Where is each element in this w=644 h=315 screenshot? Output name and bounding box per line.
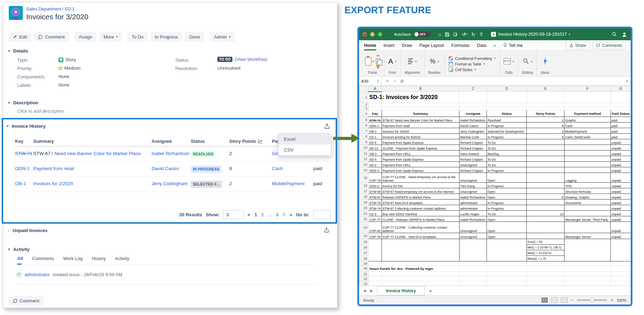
cell-B21[interactable]: Buy new ODSS machine — [382, 211, 460, 216]
maximize-window-button[interactable] — [378, 32, 382, 36]
cell-F11[interactable] — [565, 150, 611, 156]
inprogress-transition-button[interactable]: In Progress — [150, 32, 182, 42]
cell-B5[interactable]: STW-67 Need new Banner Color for Market … — [382, 117, 460, 122]
tab-home[interactable]: Home — [364, 43, 376, 48]
issue-key-link[interactable]: ODN-1 — [15, 166, 30, 171]
cell-G16[interactable]: unpaid — [611, 183, 631, 188]
goto-page-input[interactable] — [313, 210, 331, 219]
cell-G12[interactable]: unpaid — [611, 156, 631, 162]
cell-B17[interactable]: STW-67 Need temporary vm access to the I… — [382, 188, 460, 194]
cell-D20[interactable]: In Progress — [487, 205, 527, 211]
cell-G31[interactable] — [611, 272, 631, 276]
cell-C13[interactable]: Unassigned — [460, 162, 487, 167]
row-header-21[interactable]: 21 — [359, 211, 369, 216]
cell-A2[interactable] — [369, 103, 382, 107]
cell-E3[interactable] — [527, 107, 565, 111]
row-header-32[interactable]: 32 — [359, 276, 369, 281]
page-break-view-button[interactable] — [561, 298, 567, 303]
collapsed-chevron-icon[interactable]: › — [8, 229, 9, 233]
cell-B22[interactable]: CLONE - Release GRPEPS to Market Place — [382, 216, 460, 222]
cell-G5[interactable]: paid — [611, 117, 631, 122]
cell-G3[interactable] — [611, 107, 631, 111]
cell-B7[interactable]: Invoices for 2/2020 — [382, 128, 460, 134]
cell-D10[interactable]: To Do — [487, 145, 527, 150]
row-header-22[interactable]: 22 — [359, 216, 369, 222]
ribbon-display-options-icon[interactable] — [479, 32, 483, 36]
cell-D1[interactable] — [487, 92, 527, 103]
row-header-24[interactable]: 24 — [359, 233, 369, 239]
cell-D8[interactable]: In Progress — [487, 134, 527, 139]
cell-G23[interactable]: unpaid — [611, 222, 631, 233]
fx-icon[interactable]: fx — [400, 78, 404, 84]
cell-G7[interactable]: paid — [611, 128, 631, 134]
tell-me-control[interactable]: Tell me — [503, 43, 523, 48]
row-header-20[interactable]: 20 — [359, 205, 369, 211]
row-header-19[interactable]: 19 — [359, 200, 369, 205]
cell-E33[interactable] — [527, 281, 565, 286]
done-transition-button[interactable]: Done — [185, 32, 204, 42]
row-header-4[interactable]: 4 — [359, 111, 369, 117]
cell-G17[interactable]: unpaid — [611, 188, 631, 194]
column-header-F[interactable]: F — [565, 86, 611, 92]
cell-A32[interactable] — [369, 276, 382, 281]
cell-F3[interactable] — [565, 107, 611, 111]
summary-link[interactable]: Need new Banner Color for Market Place — [55, 151, 141, 156]
cell-C7[interactable]: Jerry Cottingham — [460, 128, 487, 134]
save-icon[interactable] — [445, 32, 449, 37]
row-header-26[interactable]: 26 — [359, 245, 369, 250]
cell-E11[interactable] — [527, 150, 565, 156]
cell-F28[interactable] — [565, 256, 611, 261]
cell-G21[interactable]: unpaid — [611, 211, 631, 216]
alignment-group[interactable]: ▾ Alignment — [401, 52, 424, 76]
cell-B11[interactable]: Payment from HDLL — [382, 150, 460, 156]
cell-C23[interactable]: Unassigned — [460, 222, 487, 233]
cell-A25[interactable] — [369, 239, 382, 245]
tab-page-layout[interactable]: Page Layout — [419, 43, 444, 48]
normal-view-button[interactable] — [541, 298, 548, 303]
cell-G20[interactable]: unpaid — [611, 205, 631, 211]
column-header-status[interactable]: Status — [191, 139, 229, 144]
cell-E28[interactable]: Mean() = 1.75 — [527, 256, 565, 261]
row-header-31[interactable]: 31 — [359, 272, 369, 276]
row-header-2[interactable]: 2 — [359, 103, 369, 107]
cell-B25[interactable] — [382, 239, 460, 245]
row-header-12[interactable]: 12 — [359, 156, 369, 162]
comment-button[interactable]: Comment — [34, 32, 69, 42]
name-box[interactable]: A39 ▲▼ — [359, 77, 382, 85]
autosave-toggle[interactable]: OFF — [414, 31, 430, 37]
quick-edit-icon[interactable] — [453, 32, 458, 37]
cancel-x-icon[interactable]: ✕ — [386, 79, 389, 83]
cell-F16[interactable]: TPD — [565, 183, 611, 188]
cell-G26[interactable] — [611, 245, 631, 250]
cell-B26[interactable] — [382, 245, 460, 250]
cell-B3[interactable] — [382, 107, 460, 111]
cell-E29[interactable] — [527, 261, 565, 266]
comment-footer-button[interactable]: Comment — [9, 296, 43, 306]
cell-E13[interactable] — [527, 162, 565, 167]
share-button[interactable]: Share — [566, 42, 590, 49]
cell-C8[interactable]: Marsha Cook — [460, 134, 487, 139]
row-header-1[interactable]: 1 — [359, 92, 369, 103]
cell-B27[interactable] — [382, 250, 460, 256]
row-header-9[interactable]: 9 — [359, 139, 369, 145]
cell-A23[interactable]: COP-82 — [369, 222, 382, 233]
collapse-chevron-icon[interactable]: ▾ — [7, 124, 9, 128]
breadcrumb-project-link[interactable]: Sales Department — [26, 7, 61, 12]
cell-A1[interactable]: SD-1: Invoices for 3/2020 — [369, 92, 382, 103]
cell-A17[interactable]: STW-69 — [369, 188, 382, 194]
summary-link[interactable]: Payment from retail — [33, 166, 74, 171]
cell-F10[interactable] — [565, 145, 611, 150]
tab-formulas[interactable]: Formulas — [451, 43, 469, 48]
column-header-G[interactable]: G — [611, 86, 631, 92]
cell-F15[interactable]: Logging — [565, 173, 611, 183]
cell-F13[interactable] — [565, 162, 611, 167]
cell-A22[interactable]: COP-77 — [369, 216, 382, 222]
cell-B10[interactable]: CLONE - Payment from Spate Express — [382, 145, 460, 150]
cell-E25[interactable]: Sum() = 35 — [527, 239, 565, 245]
cell-E30[interactable] — [527, 266, 565, 272]
column-header-key[interactable]: Key — [15, 139, 33, 144]
cell-C4[interactable]: Assignee — [460, 111, 487, 117]
collapse-chevron-icon[interactable]: ▾ — [8, 247, 10, 252]
column-header-B[interactable]: B — [382, 86, 460, 92]
cell-D25[interactable] — [487, 239, 527, 245]
